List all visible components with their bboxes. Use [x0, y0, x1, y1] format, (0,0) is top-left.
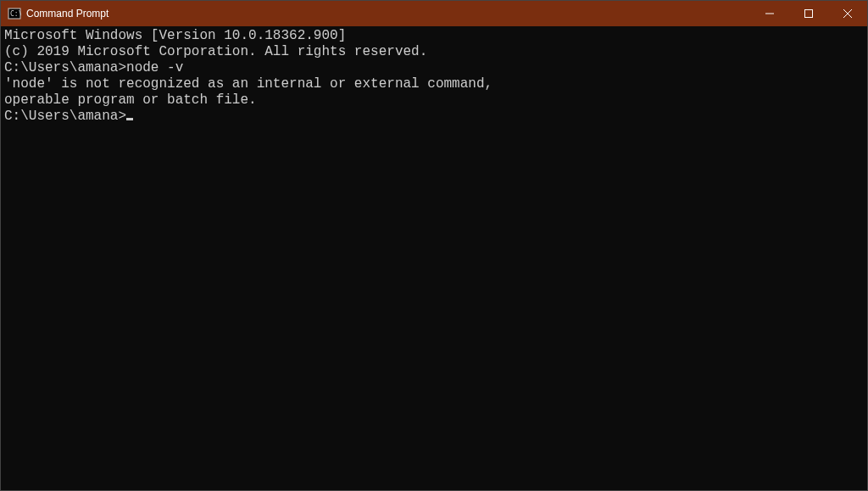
error-line-1: 'node' is not recognized as an internal …: [4, 76, 864, 92]
svg-text:C:\: C:\: [10, 10, 21, 18]
prompt-line-1: C:\Users\amana>node -v: [4, 60, 864, 76]
terminal-output[interactable]: Microsoft Windows [Version 10.0.18362.90…: [1, 26, 867, 490]
prompt-line-2: C:\Users\amana>: [4, 109, 864, 125]
minimize-button[interactable]: [750, 1, 789, 26]
prompt-path: C:\Users\amana>: [4, 60, 126, 75]
titlebar[interactable]: C:\ Command Prompt: [1, 1, 867, 26]
error-line-2: operable program or batch file.: [4, 92, 864, 109]
close-button[interactable]: [828, 1, 867, 26]
window-title: Command Prompt: [26, 8, 108, 20]
cmd-icon: C:\: [8, 7, 21, 20]
maximize-button[interactable]: [789, 1, 828, 26]
command-prompt-window: C:\ Command Prompt Microsoft Windows [Ve…: [0, 0, 868, 491]
window-controls: [750, 1, 867, 26]
copyright-line: (c) 2019 Microsoft Corporation. All righ…: [4, 44, 864, 60]
cursor: [126, 118, 133, 120]
svg-rect-3: [805, 10, 813, 18]
prompt-command: node -v: [126, 60, 183, 75]
version-line: Microsoft Windows [Version 10.0.18362.90…: [4, 28, 864, 44]
prompt-path: C:\Users\amana>: [4, 109, 126, 124]
